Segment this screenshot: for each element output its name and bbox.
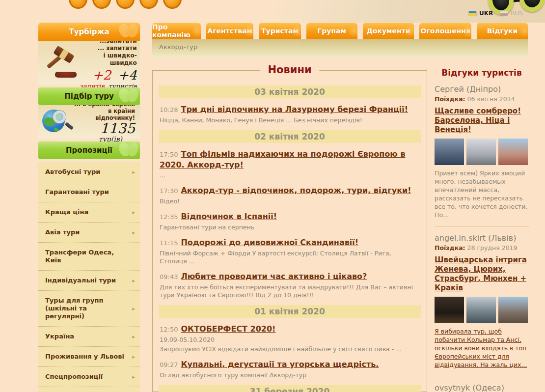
news-link[interactable]: Любите проводити час активно і цікаво?	[181, 272, 367, 281]
russia-flag-icon	[500, 11, 508, 16]
ukraine-flag-icon	[468, 11, 477, 16]
nav-tab[interactable]: Туристам	[259, 23, 301, 39]
review-photo[interactable]	[466, 139, 496, 165]
news-item: 11:15Подорожі до дивовижної Скандинавії!…	[160, 237, 420, 265]
news-time: 09:27	[160, 361, 178, 368]
sidebar-menu-item-label: Україна	[45, 333, 126, 340]
review-trip-label: Поїздка:	[435, 244, 465, 252]
turbirzha-header[interactable]: Турбіржа	[38, 23, 140, 41]
review-photo[interactable]	[466, 297, 496, 323]
sidebar-menu-item-label: Проживання у Львові	[45, 353, 126, 361]
review-title-link[interactable]: Швейцарська інтрига Женева, Цюрих, Страс…	[435, 255, 529, 293]
lang-ukr[interactable]: UKR	[468, 10, 493, 17]
sidebar-menu-item[interactable]: Краща ціна▸	[38, 202, 140, 223]
sidebar-menu-item[interactable]: Історія турів▸	[38, 387, 140, 392]
reviews-sidebar: Відгуки туристів Сергей (Дніпро)Поїздка:…	[435, 68, 529, 392]
language-switcher: UKR RUS	[468, 10, 523, 17]
top-banner: UKR RUS	[0, 0, 545, 23]
review-title-link[interactable]: Щасливе сомбреро! Барселона, Ніца і Вене…	[435, 107, 529, 135]
news-time: 10:28	[160, 106, 178, 113]
butterfly-icon	[118, 24, 139, 40]
chevron-right-icon: ▸	[132, 229, 135, 236]
news-date-header: 01 квітня 2020	[159, 305, 421, 318]
news-item: 10:28Три дні відпочинку на Лазурному бер…	[160, 104, 420, 124]
sidebar-menu-item[interactable]: Туры для групп (шкільні та регулярні)▸	[38, 291, 140, 327]
chevron-right-icon: ▸	[132, 306, 135, 312]
news-link[interactable]: Купальні, дегустації та угорська щедріст…	[181, 360, 379, 369]
tour-select-line2: в країни відпочинку!	[74, 108, 135, 121]
news-description: 19.09-05.10.2020	[160, 336, 420, 344]
news-list: 03 квітня 202010:28Три дні відпочинку на…	[159, 85, 421, 392]
nav-tab[interactable]: Агентствам	[206, 23, 253, 39]
gavel-icon	[41, 45, 80, 82]
nav-tab[interactable]: Документи	[363, 23, 414, 39]
sidebar-menu-item[interactable]: Проживання у Львові▸	[38, 347, 140, 367]
nav-tab[interactable]: Групам	[306, 23, 357, 39]
review-photo[interactable]	[498, 297, 528, 323]
lang-ukr-label: UKR	[479, 10, 493, 17]
news-item: 12:50ОКТОБЕРФЕСТ 2020!19.09-05.10.2020За…	[160, 324, 420, 353]
sidebar-menu-item[interactable]: Автобусні тури▸	[38, 162, 140, 182]
tour-select-header[interactable]: Підбір туру	[38, 87, 140, 105]
sidebar-menu-item[interactable]: Індивідуальні тури▸	[38, 271, 140, 291]
reviews-list: Сергей (Дніпро)Поїздка: 06 квітня 2014Ща…	[435, 84, 529, 392]
divider	[435, 376, 529, 376]
news-item: 12:35Відпочинок в Іспанії!Гарантовані ту…	[160, 211, 420, 231]
nav-tab[interactable]: Відгуки	[477, 23, 528, 39]
news-item: 17:50Топ фільмів надихаючих на подорожі …	[160, 149, 420, 179]
news-description: Ніцца, Канни, Монако, Генуя і Венеція ..…	[160, 116, 420, 124]
breadcrumb-bar: Аккорд-тур	[152, 39, 528, 58]
news-panel: Новини 03 квітня 202010:28Три дні відпоч…	[152, 70, 427, 392]
turbirzha-line3: і швидко-швидко	[80, 52, 137, 67]
lang-rus[interactable]: RUS	[500, 10, 523, 17]
news-link[interactable]: ОКТОБЕРФЕСТ 2020!	[181, 324, 275, 334]
review-excerpt: Привет всем) Ярких эмоций много, незабыв…	[435, 169, 529, 219]
sidebar-menu-item[interactable]: Авіа тури▸	[38, 223, 140, 243]
sidebar-menu-item-label: Трансфери Одеса, Київ	[45, 249, 126, 264]
news-link[interactable]: Аккорд-тур - відпочинок, подорож, тури, …	[181, 186, 411, 195]
news-link[interactable]: Подорожі до дивовижної Скандинавії!	[181, 238, 358, 247]
globe-search-icon	[41, 108, 74, 136]
turbirzha-title: Турбіржа	[69, 28, 109, 36]
logo	[69, 0, 182, 9]
sidebar-menu-item[interactable]: Трансфери Одеса, Київ	[38, 243, 140, 271]
news-time: 12:35	[160, 213, 178, 221]
news-date-header: 03 квітня 2020	[159, 85, 421, 98]
news-link[interactable]: Відпочинок в Іспанії!	[181, 212, 277, 221]
review-photos	[435, 297, 529, 323]
review-item: Сергей (Дніпро)Поїздка: 06 квітня 2014Ща…	[435, 84, 529, 219]
tour-select-widget[interactable]: ... в країни Європи в країни відпочинку!…	[38, 105, 140, 139]
chevron-right-icon: ▸	[132, 169, 135, 175]
nav-tab[interactable]: Про компанію	[152, 23, 201, 39]
logo-dot	[92, 0, 111, 9]
turbirzha-widget[interactable]: ...запитати ... запитати і швидко-швидко…	[38, 41, 140, 84]
review-trip-date: Поїздка: 06 квітня 2014	[435, 95, 529, 103]
review-photo[interactable]	[435, 297, 464, 323]
sidebar-menu-item-label: Краща ціна	[45, 208, 126, 216]
news-date-header: 02 квітня 2020	[159, 130, 421, 143]
review-photo[interactable]	[435, 139, 464, 165]
news-time: 17:30	[160, 187, 178, 195]
tour-select-title: Підбір туру	[64, 92, 113, 101]
sidebar-menu-item[interactable]: Спецпропозиції▸	[38, 367, 140, 387]
sidebar-menu-item[interactable]: Гарантовані тури	[38, 182, 140, 202]
news-item: 09:27Купальні, дегустації та угорська ще…	[160, 359, 420, 379]
review-photo[interactable]	[498, 139, 528, 165]
news-link[interactable]: Топ фільмів надихаючих на подорожі Європ…	[160, 149, 406, 169]
review-excerpt-link[interactable]: Я вибирала тур, щоб побачити Кольмар та …	[435, 327, 529, 369]
main-nav: Про компаніюАгентствамТуристамГрупамДоку…	[152, 23, 528, 39]
divider	[435, 226, 529, 226]
review-trip-date: Поїздка: 28 грудня 2019	[435, 244, 529, 252]
breadcrumb[interactable]: Аккорд-тур	[152, 39, 528, 51]
news-item: 09:43Любите проводити час активно і ціка…	[160, 271, 420, 299]
nav-tab[interactable]: Оголошення	[419, 23, 471, 39]
news-link[interactable]: Три дні відпочинку на Лазурному березі Ф…	[181, 105, 408, 114]
sidebar-menu-item-label: Авіа тури	[45, 228, 126, 236]
logo-dot	[116, 0, 135, 9]
requests-count: +2	[92, 68, 111, 83]
tourists-count: +4	[118, 68, 136, 83]
offers-title: Пропозиції	[66, 146, 112, 155]
sidebar-menu-item[interactable]: Україна▸	[38, 327, 140, 347]
sidebar-menu-item-label: Індивідуальні тури	[45, 277, 126, 284]
sidebar-menu-item-label: Автобусні тури	[45, 168, 126, 176]
